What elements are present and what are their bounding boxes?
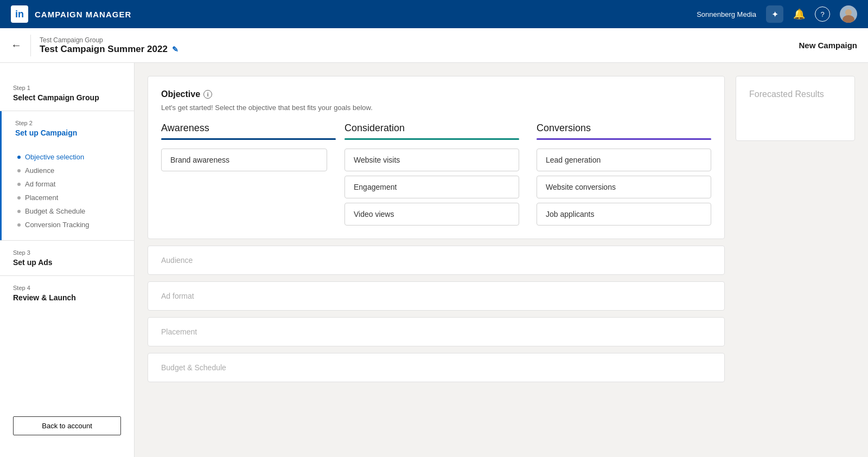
sparkle-button[interactable]: ✦ xyxy=(766,5,783,23)
step4-title: Review & Launch xyxy=(13,293,121,302)
new-campaign-button[interactable]: New Campaign xyxy=(799,41,857,50)
sidebar-item-ad-format[interactable]: Ad format xyxy=(17,177,121,191)
objective-columns: Awareness Brand awareness Consideration xyxy=(161,123,711,226)
sidebar-step-1: Step 1 Select Campaign Group xyxy=(0,76,134,111)
dot-placement xyxy=(17,196,21,199)
step2-sub-items: Objective selection Audience Ad format P… xyxy=(0,146,134,240)
step3-title: Set up Ads xyxy=(13,258,121,267)
step2-title: Set up Campaign xyxy=(15,128,121,137)
step4-label: Step 4 xyxy=(13,285,121,291)
forecasted-results-panel: Forecasted Results xyxy=(736,76,855,141)
linkedin-logo: in xyxy=(11,5,28,23)
dot-objective xyxy=(17,156,21,159)
video-views-option[interactable]: Video views xyxy=(344,203,519,226)
app-title: CAMPAIGN MANAGER xyxy=(35,10,131,19)
budget-schedule-section[interactable]: Budget & Schedule xyxy=(148,353,725,382)
job-applicants-option[interactable]: Job applicants xyxy=(537,203,711,226)
bell-icon[interactable]: 🔔 xyxy=(793,8,805,20)
conversions-label: Conversions xyxy=(537,123,711,134)
svg-point-0 xyxy=(845,9,852,16)
awareness-bar xyxy=(161,138,336,140)
top-navigation: in CAMPAIGN MANAGER Sonnenberg Media ✦ 🔔… xyxy=(0,0,868,28)
step1-label: Step 1 xyxy=(13,85,121,91)
sidebar-steps: Step 1 Select Campaign Group Step 2 Set … xyxy=(0,76,134,408)
conversions-header: Conversions xyxy=(537,123,711,140)
objective-subtitle: Let's get started! Select the objective … xyxy=(161,104,711,112)
account-name: Sonnenberg Media xyxy=(697,10,756,18)
sidebar-item-placement[interactable]: Placement xyxy=(17,191,121,204)
brand-awareness-option[interactable]: Brand awareness xyxy=(161,149,327,171)
svg-point-1 xyxy=(843,15,854,23)
sidebar-step-4: Step 4 Review & Launch xyxy=(0,276,134,311)
lead-generation-option[interactable]: Lead generation xyxy=(537,149,711,171)
consideration-label: Consideration xyxy=(344,123,519,134)
main-cards: Objective i Let's get started! Select th… xyxy=(148,76,725,382)
sub-header-left: ← Test Campaign Group Test Campaign Summ… xyxy=(11,35,178,56)
main-layout: Step 1 Select Campaign Group Step 2 Set … xyxy=(0,63,868,457)
help-icon[interactable]: ? xyxy=(815,7,830,22)
edit-campaign-icon[interactable]: ✎ xyxy=(172,45,178,54)
consideration-header: Consideration xyxy=(344,123,519,140)
sidebar: Step 1 Select Campaign Group Step 2 Set … xyxy=(0,63,135,457)
content-area: Objective i Let's get started! Select th… xyxy=(135,63,868,457)
objective-card-title: Objective i xyxy=(161,89,711,99)
step1-title: Select Campaign Group xyxy=(13,93,121,102)
sub-header: ← Test Campaign Group Test Campaign Summ… xyxy=(0,28,868,63)
placement-section[interactable]: Placement xyxy=(148,317,725,346)
dot-conversion xyxy=(17,223,21,227)
dot-audience xyxy=(17,169,21,172)
audience-section[interactable]: Audience xyxy=(148,246,725,275)
consideration-items: Website visits Engagement Video views xyxy=(344,149,519,226)
header-divider xyxy=(30,35,31,56)
sidebar-step-2-wrapper: Step 2 Set up Campaign Objective selecti… xyxy=(0,111,134,240)
awareness-items: Brand awareness xyxy=(161,149,336,171)
step3-label: Step 3 xyxy=(13,249,121,256)
breadcrumb: Test Campaign Group Test Campaign Summer… xyxy=(40,36,178,55)
sidebar-item-budget-schedule[interactable]: Budget & Schedule xyxy=(17,204,121,218)
sidebar-step-3: Step 3 Set up Ads xyxy=(0,241,134,275)
sidebar-step-2: Step 2 Set up Campaign xyxy=(0,111,134,146)
campaign-group-label: Test Campaign Group xyxy=(40,36,178,44)
awareness-header: Awareness xyxy=(161,123,336,140)
dot-budget xyxy=(17,210,21,213)
sidebar-item-objective-selection[interactable]: Objective selection xyxy=(17,150,121,164)
conversions-bar xyxy=(537,138,711,140)
consideration-bar xyxy=(344,138,519,140)
campaign-name: Test Campaign Summer 2022 ✎ xyxy=(40,44,178,55)
conversions-items: Lead generation Website conversions Job … xyxy=(537,149,711,226)
nav-left: in CAMPAIGN MANAGER xyxy=(11,5,131,23)
sidebar-item-audience[interactable]: Audience xyxy=(17,164,121,177)
sidebar-item-conversion-tracking[interactable]: Conversion Tracking xyxy=(17,218,121,231)
dot-ad-format xyxy=(17,183,21,186)
forecasted-title: Forecasted Results xyxy=(749,89,841,99)
step2-accent-bar xyxy=(0,111,2,240)
website-conversions-option[interactable]: Website conversions xyxy=(537,176,711,198)
sidebar-bottom: Back to account xyxy=(0,408,134,444)
website-visits-option[interactable]: Website visits xyxy=(344,149,519,171)
conversions-column: Conversions Lead generation Website conv… xyxy=(528,123,711,226)
nav-right: Sonnenberg Media ✦ 🔔 ? xyxy=(697,5,857,23)
back-arrow-button[interactable]: ← xyxy=(11,39,22,52)
step2-label: Step 2 xyxy=(15,120,121,126)
user-avatar[interactable] xyxy=(840,5,857,23)
engagement-option[interactable]: Engagement xyxy=(344,176,519,198)
awareness-label: Awareness xyxy=(161,123,336,134)
awareness-column: Awareness Brand awareness xyxy=(161,123,336,226)
objective-card: Objective i Let's get started! Select th… xyxy=(148,76,725,239)
objective-info-icon[interactable]: i xyxy=(203,90,212,99)
back-to-account-button[interactable]: Back to account xyxy=(13,416,121,435)
ad-format-section[interactable]: Ad format xyxy=(148,281,725,311)
consideration-column: Consideration Website visits Engagement … xyxy=(336,123,528,226)
